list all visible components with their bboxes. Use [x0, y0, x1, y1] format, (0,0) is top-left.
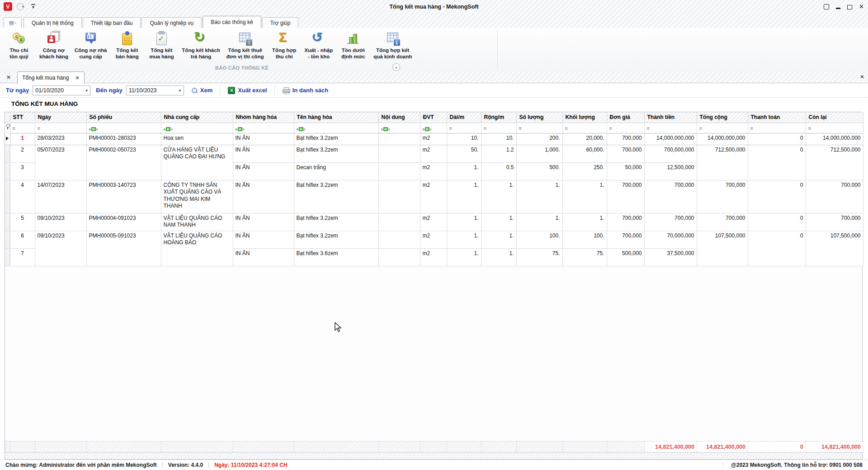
- minimize-button[interactable]: [835, 4, 841, 9]
- filter-cell-2[interactable]: aBc: [86, 123, 161, 133]
- table-cell[interactable]: 1.2: [481, 145, 516, 162]
- column-header-9[interactable]: Rộng/m: [481, 112, 516, 123]
- table-cell[interactable]: 37,500,000: [644, 248, 697, 266]
- from-date-input[interactable]: [33, 85, 90, 95]
- table-cell[interactable]: 0: [748, 145, 806, 180]
- table-cell[interactable]: 1.: [562, 180, 607, 213]
- table-cell[interactable]: CỬA HÀNG VẬT LIỆU QUẢNG CÁO ĐẠI HƯNG: [161, 145, 233, 180]
- table-cell[interactable]: 14,000,000,000: [644, 133, 697, 145]
- table-cell[interactable]: 0: [748, 213, 806, 231]
- table-cell[interactable]: 1.: [516, 180, 562, 213]
- table-cell[interactable]: IN ẤN: [233, 248, 294, 266]
- table-cell[interactable]: PMH00005-091023: [86, 231, 161, 266]
- table-cell[interactable]: 700,000: [697, 213, 748, 231]
- ribbon-collapse-button[interactable]: ▲: [392, 63, 400, 71]
- table-cell[interactable]: 10.: [481, 133, 516, 145]
- close-button[interactable]: ✕: [859, 4, 864, 9]
- fullscreen-button[interactable]: [823, 4, 829, 9]
- export-excel-button[interactable]: X Xuất excel: [226, 87, 269, 94]
- table-cell[interactable]: 05/07/2023: [35, 145, 86, 180]
- ribbon-tab-1[interactable]: Thiết lập ban đầu: [83, 17, 141, 28]
- table-row-6[interactable]: 609/10/2023PMH00005-091023VẬT LIỆU QUẢNG…: [5, 231, 863, 248]
- chevron-down-icon[interactable]: ▼: [85, 89, 88, 93]
- row-indicator[interactable]: [5, 213, 10, 231]
- table-cell[interactable]: 500,000: [607, 248, 644, 266]
- table-cell[interactable]: Bạt hiflex 3.2zem: [294, 231, 378, 248]
- table-cell[interactable]: [378, 231, 420, 248]
- ribbon-button[interactable]: ✓Tổng kết mua hàng: [144, 29, 179, 64]
- table-cell[interactable]: IN ẤN: [233, 180, 294, 213]
- table-cell[interactable]: m2: [420, 162, 447, 180]
- table-cell[interactable]: 50,000: [607, 162, 644, 180]
- filter-cell-14[interactable]: =: [697, 123, 748, 133]
- table-cell[interactable]: 4: [10, 180, 35, 213]
- table-cell[interactable]: 700,000,000: [644, 145, 697, 162]
- filter-cell-3[interactable]: aBc: [161, 123, 233, 133]
- table-cell[interactable]: 3: [10, 162, 35, 180]
- table-cell[interactable]: 1.: [481, 213, 516, 231]
- ribbon-button[interactable]: ΣTổng kết thuê đơn vị thi công: [223, 29, 267, 64]
- ribbon-button[interactable]: €$Thu chi tồn quỹ: [2, 29, 36, 64]
- table-cell[interactable]: 107,500,000: [806, 231, 863, 266]
- table-cell[interactable]: 700,000: [697, 180, 748, 213]
- table-cell[interactable]: [378, 213, 420, 231]
- view-button[interactable]: Xem: [189, 87, 214, 94]
- table-row-5[interactable]: 509/10/2023PMH00004-091023VẬT LIỆU QUẢNG…: [5, 213, 863, 231]
- column-header-12[interactable]: Đơn giá: [607, 112, 644, 123]
- table-cell[interactable]: 09/10/2023: [35, 231, 86, 266]
- table-cell[interactable]: 2: [10, 145, 35, 162]
- table-cell[interactable]: 1.: [516, 213, 562, 231]
- table-cell[interactable]: 1.: [447, 213, 481, 231]
- row-indicator[interactable]: [5, 133, 10, 145]
- table-cell[interactable]: 75.: [516, 248, 562, 266]
- row-indicator[interactable]: [5, 145, 10, 162]
- table-cell[interactable]: 60,000.: [562, 145, 607, 162]
- table-cell[interactable]: 10.: [447, 133, 481, 145]
- table-cell[interactable]: 0: [748, 231, 806, 266]
- table-cell[interactable]: 1: [10, 133, 35, 145]
- table-cell[interactable]: 700,000: [607, 133, 644, 145]
- table-cell[interactable]: 75.: [562, 248, 607, 266]
- ribbon-tab-4[interactable]: Trợ giúp: [262, 17, 299, 28]
- ribbon-button[interactable]: ΣTổng hợp thu chi: [267, 29, 302, 64]
- chevron-down-icon[interactable]: ▼: [178, 89, 182, 93]
- table-cell[interactable]: Bạt hiflex 3.2zem: [294, 145, 378, 162]
- tab-tong-ket-mua-hang[interactable]: Tổng kết mua hàng ✕: [17, 71, 85, 84]
- ribbon-button[interactable]: Tổng kết bán hàng: [110, 29, 144, 64]
- table-cell[interactable]: 70,000,000: [644, 231, 697, 248]
- filter-cell-9[interactable]: =: [481, 123, 516, 133]
- filter-cell-13[interactable]: =: [644, 123, 697, 133]
- column-header-14[interactable]: Tổng cộng: [697, 112, 748, 123]
- table-cell[interactable]: 14,000,000,000: [806, 133, 863, 145]
- table-cell[interactable]: 1.: [562, 213, 607, 231]
- filter-cell-6[interactable]: aBc: [378, 123, 420, 133]
- table-cell[interactable]: 7: [10, 248, 35, 266]
- table-cell[interactable]: Bạt hiflex 3.2zem: [294, 180, 378, 213]
- table-row-4[interactable]: 414/07/2023PMH00003-140723CÔNG TY TNHH S…: [5, 180, 863, 213]
- filter-cell-12[interactable]: =: [607, 123, 644, 133]
- filter-cell-5[interactable]: aBc: [294, 123, 378, 133]
- table-cell[interactable]: 1,000.: [516, 145, 562, 162]
- table-row-2[interactable]: 205/07/2023PMH00002-050723CỬA HÀNG VẬT L…: [5, 145, 863, 162]
- table-cell[interactable]: 0.5: [481, 162, 516, 180]
- filter-cell-1[interactable]: =: [35, 123, 86, 133]
- table-cell[interactable]: VẬT LIỆU QUẢNG CÁO HOÀNG BẢO: [161, 231, 233, 266]
- column-header-0[interactable]: STT: [10, 112, 35, 123]
- column-header-4[interactable]: Nhóm hàng hóa: [233, 112, 294, 123]
- table-cell[interactable]: 20,000.: [562, 133, 607, 145]
- table-cell[interactable]: [378, 162, 420, 180]
- table-cell[interactable]: 700,000: [644, 213, 697, 231]
- ribbon-tab-0[interactable]: Quản trị hệ thống: [24, 17, 82, 28]
- table-cell[interactable]: 700,000: [607, 145, 644, 162]
- table-cell[interactable]: PMH00003-140723: [86, 180, 161, 213]
- table-cell[interactable]: Hoa sen: [161, 133, 233, 145]
- to-date-input[interactable]: [126, 85, 184, 95]
- table-cell[interactable]: 09/10/2023: [35, 213, 86, 231]
- filter-cell-15[interactable]: =: [748, 123, 806, 133]
- table-cell[interactable]: 700,000: [806, 180, 863, 213]
- table-cell[interactable]: Decan trắng: [294, 162, 378, 180]
- filter-pin-cell[interactable]: [5, 123, 10, 133]
- table-cell[interactable]: 6: [10, 231, 35, 248]
- row-indicator[interactable]: [5, 162, 10, 180]
- table-cell[interactable]: m2: [420, 180, 447, 213]
